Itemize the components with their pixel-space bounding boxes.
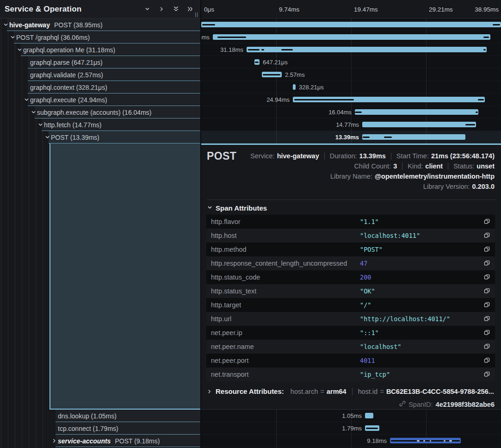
meta-separator [402, 163, 402, 170]
copy-icon[interactable] [483, 343, 490, 350]
chevron-down-icon[interactable] [24, 97, 29, 103]
chevron-down-icon[interactable] [17, 47, 22, 53]
link-icon[interactable] [399, 400, 406, 408]
span-duration-label: 9.18ms [367, 435, 387, 447]
chevron-down-icon[interactable] [3, 22, 8, 28]
meta-label: Child Count: [354, 162, 391, 170]
timeline-tick-label: 9.74ms [276, 0, 299, 19]
chevron-down-icon[interactable] [37, 122, 43, 128]
attribute-value: "POST" [360, 246, 383, 253]
span-bar[interactable] [365, 425, 379, 431]
chevron-down-icon[interactable] [10, 35, 15, 40]
span-duration-label: 1.05ms [342, 410, 362, 422]
span-bar[interactable] [201, 22, 501, 27]
span-row-tree-cell: graphql.operation Me (31.18ms) [0, 44, 201, 56]
copy-icon[interactable] [483, 315, 490, 323]
attribute-key: http.flavor [211, 218, 360, 225]
span-bar[interactable] [247, 47, 487, 52]
self-time-mark [476, 112, 478, 113]
span-duration-label: 24.94ms [266, 93, 290, 106]
chevron-down-icon[interactable] [143, 5, 151, 13]
copy-icon[interactable] [483, 232, 490, 239]
copy-icon[interactable] [483, 301, 490, 309]
attribute-key: net.peer.ip [211, 329, 360, 336]
meta-value: 3 [393, 162, 397, 170]
operation-name: POST (9.18ms) [115, 437, 160, 445]
span-row-label: http.fetch (14.77ms) [44, 121, 102, 129]
span-row-label-group: graphql.execute (24.94ms) [0, 93, 201, 106]
chevron-right-icon[interactable] [51, 438, 57, 444]
copy-icon[interactable] [483, 371, 490, 378]
span-bar[interactable] [355, 109, 478, 115]
span-bar[interactable] [362, 134, 465, 140]
span-row-label-group: graphql.parse (647.21μs) [0, 56, 201, 68]
span-row-label: dns.lookup (1.05ms) [58, 412, 117, 420]
span-row[interactable]: graphql.context (328.21μs)328.21μs [0, 81, 501, 93]
service-name: service-accounts [58, 437, 111, 445]
span-row-chart-cell: 36.06ms [201, 31, 501, 44]
event-mark [449, 440, 452, 442]
span-row[interactable]: http.fetch (14.77ms)14.77ms [0, 118, 501, 131]
copy-icon[interactable] [483, 260, 490, 267]
copy-icon[interactable] [483, 357, 490, 364]
span-row[interactable]: service-accountsPOST (9.18ms)9.18ms [0, 435, 501, 447]
copy-icon[interactable] [483, 287, 490, 295]
pane-divider[interactable] [200, 0, 201, 448]
span-bar[interactable] [362, 122, 476, 127]
copy-icon[interactable] [483, 246, 490, 253]
copy-icon[interactable] [483, 329, 490, 336]
span-row[interactable]: graphql.parse (647.21μs)647.21μs [0, 56, 501, 68]
chevron-down-icon[interactable] [31, 110, 36, 115]
span-attributes-toggle[interactable]: Span Attributes [207, 204, 267, 212]
span-bar[interactable] [213, 34, 490, 40]
span-row-label-group: service-accountsPOST (9.18ms) [0, 435, 201, 447]
span-bar[interactable] [293, 84, 296, 90]
span-bar[interactable] [262, 72, 282, 77]
chevron-right-icon[interactable] [157, 5, 166, 13]
event-mark [430, 440, 431, 442]
detail-meta-line: Service:hive-gatewayDuration:13.39msStar… [250, 151, 495, 161]
span-id-value: 4e21998f3b82abe6 [436, 401, 495, 408]
span-bar[interactable] [390, 438, 461, 443]
span-row[interactable]: hive-gatewayPOST (38.95ms)38.95ms [0, 19, 501, 31]
double-chevron-down-icon[interactable] [172, 5, 180, 13]
span-row-tree-cell: POST (13.39ms) [0, 131, 201, 143]
span-row-label: graphql.validate (2.57ms) [30, 71, 103, 79]
span-row[interactable]: tcp.connect (1.79ms)1.79ms [0, 422, 501, 435]
span-row[interactable]: subgraph.execute (accounts) (16.04ms)16.… [0, 106, 501, 118]
column-resize-handle[interactable]: || [195, 12, 198, 17]
copy-icon[interactable] [483, 218, 490, 225]
span-row-label-group: http.fetch (14.77ms) [0, 118, 201, 131]
span-row-label: tcp.connect (1.79ms) [58, 425, 118, 432]
span-row[interactable]: dns.lookup (1.05ms)1.05ms [0, 410, 501, 422]
span-row-label: subgraph.execute (accounts) (16.04ms) [37, 109, 151, 116]
attribute-row: http.response_content_length_uncompresse… [206, 256, 495, 270]
span-row-chart-cell: 38.95ms [201, 19, 501, 31]
resource-attributes-row[interactable]: Resource Attributes: host.arch=arm64host… [207, 387, 494, 395]
span-bar[interactable] [365, 413, 373, 418]
span-row[interactable]: graphql.validate (2.57ms)2.57ms [0, 68, 501, 81]
span-duration-label: 1.79ms [342, 422, 362, 435]
copy-icon[interactable] [483, 274, 490, 281]
meta-value: unset [476, 162, 495, 170]
attribute-value: "/" [360, 301, 371, 309]
span-duration-label: 647.21μs [263, 56, 288, 68]
timeline-tick-label: 29.21ms [426, 0, 453, 19]
span-detail-title: POST [207, 150, 236, 162]
span-row-tree-cell: graphql.context (328.21μs) [0, 81, 201, 93]
attribute-row: net.peer.port4011 [206, 354, 495, 367]
double-chevron-right-icon[interactable] [186, 5, 194, 13]
span-bar[interactable] [293, 97, 485, 102]
span-row[interactable]: graphql.operation Me (31.18ms)31.18ms [0, 44, 501, 56]
chevron-down-icon[interactable] [44, 135, 50, 140]
service-name: hive-gateway [9, 21, 50, 29]
span-row[interactable]: POST (13.39ms)13.39ms [0, 131, 501, 143]
span-row[interactable]: graphql.execute (24.94ms)24.94ms [0, 93, 501, 106]
span-bar[interactable] [254, 59, 260, 65]
attribute-key: http.status_text [211, 287, 360, 295]
span-row-label: graphql.parse (647.21μs) [30, 59, 103, 66]
self-time-mark [483, 37, 489, 38]
span-row[interactable]: POST /graphql (36.06ms)36.06ms [0, 31, 501, 44]
attribute-row: http.host"localhost:4011" [206, 229, 495, 243]
span-duration-label: 2.57ms [285, 68, 305, 81]
